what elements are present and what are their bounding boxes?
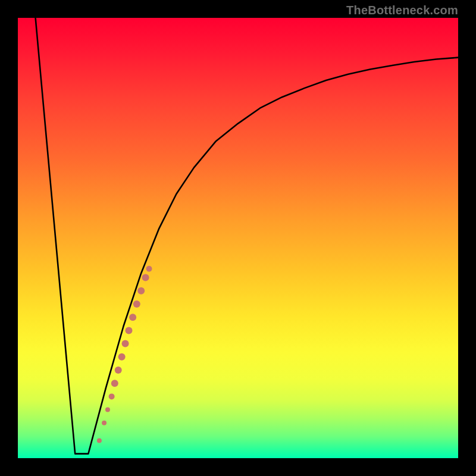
highlight-dot — [105, 408, 110, 412]
highlight-band — [97, 266, 152, 443]
highlight-dot — [111, 380, 118, 387]
highlight-dot — [97, 438, 102, 443]
highlight-dot — [102, 421, 107, 425]
highlight-dot — [142, 274, 149, 281]
highlight-dot — [109, 393, 115, 399]
highlight-dot — [125, 327, 132, 334]
highlight-dot — [133, 300, 140, 308]
highlight-dot — [122, 340, 129, 347]
main-curve — [36, 18, 458, 454]
watermark-text: TheBottleneck.com — [346, 4, 458, 17]
plot-area — [18, 18, 458, 458]
chart-svg — [18, 18, 458, 458]
highlight-dot — [118, 353, 126, 361]
highlight-dot — [137, 287, 145, 295]
highlight-dot — [146, 266, 152, 272]
highlight-dot — [115, 367, 122, 374]
highlight-dot — [129, 314, 136, 321]
chart-frame: TheBottleneck.com — [0, 0, 476, 476]
